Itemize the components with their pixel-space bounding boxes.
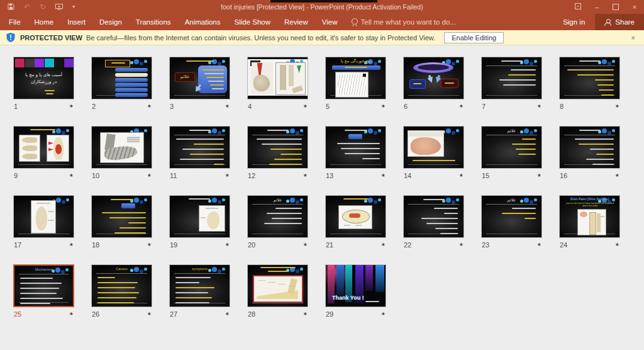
animation-star-icon[interactable]: ★ <box>459 173 464 178</box>
slide-thumbnail-2[interactable] <box>91 57 152 99</box>
slide-footer: 22★ <box>403 238 464 251</box>
slide-thumbnail-22[interactable] <box>403 195 464 238</box>
slide-thumbnail-9[interactable] <box>13 126 74 169</box>
message-bar-close-icon[interactable]: × <box>629 34 638 42</box>
slide-number: 29 <box>326 310 333 318</box>
animation-star-icon[interactable]: ★ <box>381 104 386 109</box>
slide-thumbnail-12[interactable] <box>247 126 308 169</box>
slide-thumbnail-15[interactable]: علائم <box>481 126 542 169</box>
minimize-icon[interactable]: – <box>587 0 606 14</box>
slide-number: 10 <box>92 172 99 179</box>
slide-thumbnail-18[interactable] <box>91 195 152 238</box>
slide-thumbnail-28[interactable] <box>247 264 308 307</box>
animation-star-icon[interactable]: ★ <box>459 242 464 247</box>
sign-in-link[interactable]: Sign in <box>553 18 595 26</box>
restore-icon[interactable] <box>606 0 625 14</box>
animation-star-icon[interactable]: ★ <box>615 242 619 247</box>
animation-star-icon[interactable]: ★ <box>615 173 619 178</box>
slide-thumbnail-20[interactable]: علائم <box>247 195 308 238</box>
animation-star-icon[interactable]: ★ <box>537 173 541 178</box>
animation-star-icon[interactable]: ★ <box>69 312 74 317</box>
animation-star-icon[interactable]: ★ <box>303 104 308 109</box>
slide-art <box>201 217 206 218</box>
slide-thumbnail-14[interactable] <box>403 126 464 169</box>
slide-thumbnail-6[interactable] <box>403 57 464 99</box>
customize-qat-icon[interactable]: ▾ <box>72 4 75 9</box>
animation-star-icon[interactable]: ★ <box>303 312 308 317</box>
slide-thumbnail-24[interactable]: Shin Pain (Shin Splints)pain on the fron… <box>559 195 620 238</box>
animation-star-icon[interactable]: ★ <box>69 173 74 178</box>
animation-star-icon[interactable]: ★ <box>147 173 152 178</box>
slide-thumbnail-16[interactable] <box>559 126 620 169</box>
animation-star-icon[interactable]: ★ <box>225 104 230 109</box>
ribbon-tab-animations[interactable]: Animations <box>178 14 228 30</box>
ribbon-tab-view[interactable]: View <box>315 14 345 30</box>
close-icon[interactable]: × <box>625 0 644 14</box>
animation-star-icon[interactable]: ★ <box>147 104 152 109</box>
animation-star-icon[interactable]: ★ <box>537 104 541 109</box>
slide-thumbnail-10[interactable] <box>91 126 152 169</box>
animation-star-icon[interactable]: ★ <box>459 104 464 109</box>
animation-star-icon[interactable]: ★ <box>303 242 308 247</box>
slide-art <box>206 77 224 78</box>
tell-me-box[interactable]: Tell me what you want to do... <box>351 18 457 26</box>
ribbon-tab-insert[interactable]: Insert <box>60 14 92 30</box>
animation-star-icon[interactable]: ★ <box>381 242 386 247</box>
ribbon-tab-transitions[interactable]: Transitions <box>129 14 178 30</box>
slide-thumbnail-21[interactable] <box>325 195 386 238</box>
slide-art <box>176 138 224 140</box>
ribbon-display-options-icon[interactable] <box>569 0 587 14</box>
redo-icon[interactable]: ↻ <box>40 3 46 11</box>
undo-icon[interactable]: ↶ <box>24 3 30 11</box>
start-from-beginning-icon[interactable] <box>55 3 63 11</box>
slide-thumbnail-1[interactable]: آسیب های پا و مچ پادر ورزشکاران <box>13 57 74 99</box>
slide-thumbnail-3[interactable]: علائم <box>169 57 230 99</box>
ribbon-tab-design[interactable]: Design <box>92 14 129 30</box>
slide-thumbnail-26[interactable]: Causes <box>91 264 152 307</box>
animation-star-icon[interactable]: ★ <box>69 242 74 247</box>
ribbon-tab-row: FileHomeInsertDesignTransitionsAnimation… <box>0 14 644 30</box>
slide-art <box>189 198 210 200</box>
slide-footer: 4★ <box>247 99 308 112</box>
slide-art <box>579 130 601 131</box>
slide-thumbnail-13[interactable] <box>325 126 386 169</box>
slide-thumbnail-5[interactable]: پیچ خوردگی مچ پا <box>325 57 386 99</box>
animation-star-icon[interactable]: ★ <box>69 104 74 109</box>
slide-thumbnail-23[interactable]: علائم <box>481 195 542 238</box>
ribbon-tab-file[interactable]: File <box>2 14 28 30</box>
animation-star-icon[interactable]: ★ <box>303 173 308 178</box>
ribbon-tab-review[interactable]: Review <box>277 14 315 30</box>
slide-thumbnail-19[interactable] <box>169 195 230 238</box>
slide-art <box>199 205 225 232</box>
animation-star-icon[interactable]: ★ <box>147 312 152 317</box>
slide-thumbnail-11[interactable] <box>169 126 230 169</box>
ribbon-tab-home[interactable]: Home <box>28 14 61 30</box>
slide-cell-7: 7★ <box>481 57 542 112</box>
animation-star-icon[interactable]: ★ <box>147 242 152 247</box>
slide-art <box>577 209 606 235</box>
enable-editing-button[interactable]: Enable Editing <box>444 32 504 43</box>
animation-star-icon[interactable]: ★ <box>225 242 230 247</box>
share-button[interactable]: Share <box>595 14 644 30</box>
animation-star-icon[interactable]: ★ <box>381 173 386 178</box>
animation-star-icon[interactable]: ★ <box>615 104 619 109</box>
slide-thumbnail-27[interactable]: symptoms <box>169 264 230 307</box>
slide-art <box>55 144 62 154</box>
slide-thumbnail-17[interactable] <box>13 195 74 238</box>
animation-star-icon[interactable]: ★ <box>381 312 386 317</box>
slide-thumbnail-25[interactable]: Mechanism <box>13 264 74 307</box>
slide-thumbnail-8[interactable] <box>559 57 620 99</box>
slide-footer-line <box>486 234 537 234</box>
ribbon-tab-slide-show[interactable]: Slide Show <box>228 14 278 30</box>
slide-art <box>270 149 302 150</box>
slide-art <box>341 148 380 149</box>
slide-thumbnail-29[interactable]: Thank You ! <box>325 264 386 307</box>
animation-star-icon[interactable]: ★ <box>537 242 541 247</box>
slide-thumbnail-4[interactable] <box>247 57 308 99</box>
slide-thumbnail-7[interactable] <box>481 57 542 99</box>
logo-dots-icon <box>442 128 461 136</box>
animation-star-icon[interactable]: ★ <box>225 173 230 178</box>
animation-star-icon[interactable]: ★ <box>225 312 230 317</box>
save-icon[interactable] <box>8 3 14 11</box>
slide-art <box>175 287 214 288</box>
